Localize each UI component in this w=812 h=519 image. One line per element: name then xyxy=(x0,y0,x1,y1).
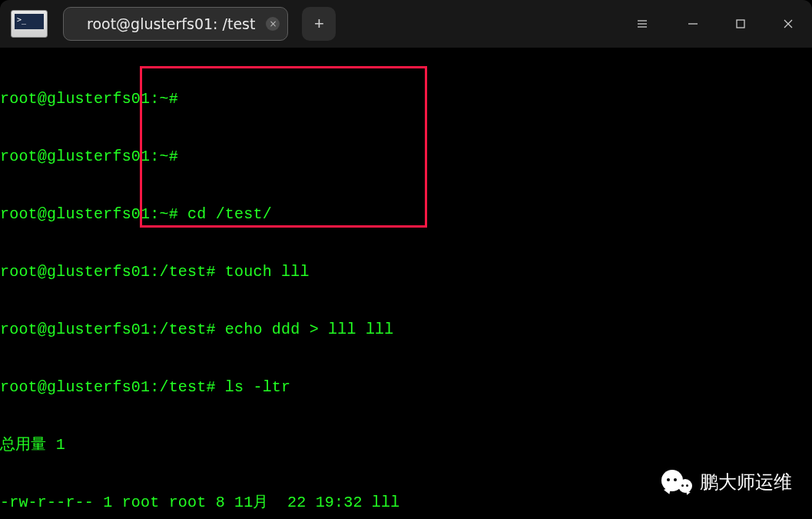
tab-title: root@glusterfs01: /test xyxy=(87,15,255,32)
terminal-line: root@glusterfs01:~# cd /test/ xyxy=(0,205,812,224)
svg-rect-4 xyxy=(737,20,744,28)
terminal-line: root@glusterfs01:/test# ls -ltr xyxy=(0,378,812,397)
app-terminal-icon: >_ xyxy=(11,10,48,38)
terminal-line: 总用量 1 xyxy=(0,435,812,454)
tab-active[interactable]: root@glusterfs01: /test × xyxy=(63,7,288,41)
wechat-icon xyxy=(661,470,692,494)
tab-close-button[interactable]: × xyxy=(266,17,280,31)
terminal-line: root@glusterfs01:~# xyxy=(0,147,812,166)
hamburger-menu-icon[interactable] xyxy=(618,0,666,48)
maximize-button[interactable] xyxy=(717,0,764,48)
close-button[interactable] xyxy=(764,0,812,48)
terminal-output[interactable]: root@glusterfs01:~# root@glusterfs01:~# … xyxy=(0,48,812,519)
window-controls xyxy=(618,0,812,48)
watermark: 鹏大师运维 xyxy=(661,470,792,494)
new-tab-button[interactable]: + xyxy=(302,7,336,41)
terminal-line: root@glusterfs01:/test# echo ddd > lll l… xyxy=(0,320,812,339)
watermark-text: 鹏大师运维 xyxy=(700,470,792,494)
terminal-line: root@glusterfs01:/test# touch lll xyxy=(0,262,812,281)
minimize-button[interactable] xyxy=(669,0,717,48)
title-bar: >_ root@glusterfs01: /test × + xyxy=(0,0,812,48)
terminal-line: -rw-r--r-- 1 root root 8 11月 22 19:32 ll… xyxy=(0,493,812,512)
terminal-line: root@glusterfs01:~# xyxy=(0,89,812,108)
